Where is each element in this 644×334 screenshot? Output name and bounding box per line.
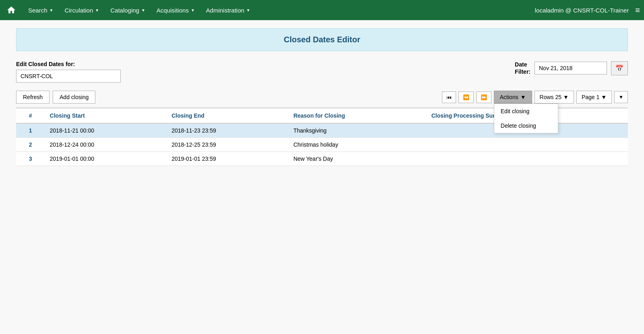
form-left: Edit Closed Dates for: xyxy=(16,61,515,83)
nav-right: localadmin @ CNSRT-COL-Trainer ≡ xyxy=(535,6,640,15)
rows-dropdown-arrow: ▼ xyxy=(563,94,569,100)
form-right: Date Filter: 📅 xyxy=(515,61,628,75)
date-filter-label: Date Filter: xyxy=(515,61,530,75)
row-closing-end: 2019-01-01 23:59 xyxy=(167,152,289,166)
add-closing-button[interactable]: Add closing xyxy=(53,91,95,104)
administration-dropdown-arrow: ▼ xyxy=(246,8,250,12)
col-header-closing-start: Closing Start xyxy=(45,108,167,123)
circulation-dropdown-arrow: ▼ xyxy=(95,8,99,12)
date-filter-input[interactable] xyxy=(535,62,607,75)
nav-search[interactable]: Search ▼ xyxy=(23,0,59,20)
nav-circulation[interactable]: Circulation ▼ xyxy=(59,0,105,20)
row-num: 1 xyxy=(16,123,45,138)
library-input[interactable] xyxy=(16,70,121,83)
row-num: 2 xyxy=(16,138,45,152)
nav-acquisitions[interactable]: Acquisitions ▼ xyxy=(151,0,200,20)
cataloging-dropdown-arrow: ▼ xyxy=(141,8,145,12)
refresh-button[interactable]: Refresh xyxy=(16,91,50,104)
toolbar-right: ⏮ ⏪ ⏩ Actions ▼ Edit closing Delete clos… xyxy=(442,91,628,104)
col-header-num: # xyxy=(16,108,45,123)
rows-per-page-button[interactable]: Rows 25 ▼ xyxy=(535,91,574,104)
nav-administration[interactable]: Administration ▼ xyxy=(200,0,256,20)
page-title: Closed Dates Editor xyxy=(23,35,621,44)
row-closing-end: 2018-12-25 23:59 xyxy=(167,138,289,152)
row-closing-start: 2018-12-24 00:00 xyxy=(45,138,167,152)
row-closing-start: 2018-11-21 00:00 xyxy=(45,123,167,138)
search-dropdown-arrow: ▼ xyxy=(50,8,54,12)
edit-closed-dates-label: Edit Closed Dates for: xyxy=(16,61,515,67)
calendar-button[interactable]: 📅 xyxy=(611,61,628,75)
first-page-button[interactable]: ⏮ xyxy=(442,91,456,103)
delete-closing-menu-item[interactable]: Delete closing xyxy=(494,118,558,133)
row-num: 3 xyxy=(16,152,45,166)
actions-dropdown-arrow: ▼ xyxy=(520,94,526,100)
page-selector-button[interactable]: Page 1 ▼ xyxy=(576,91,612,104)
actions-dropdown-container: Actions ▼ Edit closing Delete closing xyxy=(494,91,532,104)
row-summary xyxy=(427,138,628,152)
nav-items: Search ▼ Circulation ▼ Cataloging ▼ Acqu… xyxy=(23,0,535,20)
row-reason: Thanksgiving xyxy=(289,123,427,138)
row-reason: New Year's Day xyxy=(289,152,427,166)
row-summary xyxy=(427,152,628,166)
col-header-closing-end: Closing End xyxy=(167,108,289,123)
next-page-button[interactable]: ⏩ xyxy=(476,91,491,103)
page-content: Closed Dates Editor Edit Closed Dates fo… xyxy=(0,20,644,174)
row-closing-end: 2018-11-23 23:59 xyxy=(167,123,289,138)
row-reason: Christmas holiday xyxy=(289,138,427,152)
nav-cataloging[interactable]: Cataloging ▼ xyxy=(105,0,151,20)
actions-button[interactable]: Actions ▼ xyxy=(494,91,532,104)
extra-options-button[interactable]: ▼ xyxy=(614,91,628,103)
page-header-banner: Closed Dates Editor xyxy=(16,28,628,51)
navbar: Search ▼ Circulation ▼ Cataloging ▼ Acqu… xyxy=(0,0,644,20)
actions-dropdown-menu: Edit closing Delete closing xyxy=(494,104,558,133)
page-dropdown-arrow: ▼ xyxy=(601,94,607,100)
user-label: localadmin @ CNSRT-COL-Trainer xyxy=(535,7,629,14)
row-closing-start: 2019-01-01 00:00 xyxy=(45,152,167,166)
table-row[interactable]: 2 2018-12-24 00:00 2018-12-25 23:59 Chri… xyxy=(16,138,628,152)
edit-closing-menu-item[interactable]: Edit closing xyxy=(494,104,558,118)
prev-page-button[interactable]: ⏪ xyxy=(458,91,474,103)
hamburger-menu-icon[interactable]: ≡ xyxy=(635,6,640,15)
col-header-reason: Reason for Closing xyxy=(289,108,427,123)
form-area: Edit Closed Dates for: Date Filter: 📅 xyxy=(16,61,628,83)
acquisitions-dropdown-arrow: ▼ xyxy=(191,8,195,12)
toolbar: Refresh Add closing ⏮ ⏪ ⏩ Actions ▼ Edit… xyxy=(16,91,628,104)
table-row[interactable]: 3 2019-01-01 00:00 2019-01-01 23:59 New … xyxy=(16,152,628,166)
home-button[interactable] xyxy=(4,3,19,17)
